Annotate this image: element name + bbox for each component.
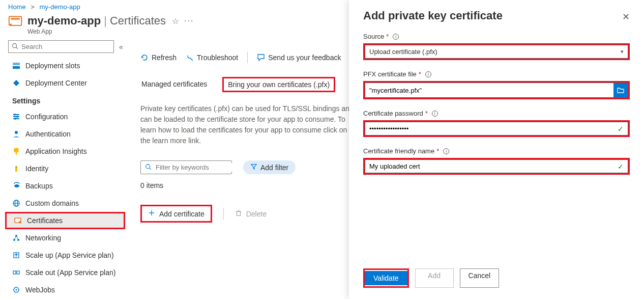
filter-keyword-input[interactable] [155, 163, 242, 172]
sidebar-item-backups[interactable]: Backups [8, 177, 125, 195]
feedback-label: Send us your feedback [268, 53, 341, 62]
delete-button[interactable]: Delete [235, 209, 267, 218]
sidebar-item-label: Identity [25, 165, 48, 173]
info-icon[interactable]: i [393, 34, 399, 40]
filter-keyword-box[interactable] [140, 160, 232, 174]
sidebar-item-scale-out[interactable]: Scale out (App Service plan) [8, 264, 125, 281]
search-icon [145, 164, 152, 172]
cancel-button[interactable]: Cancel [460, 268, 500, 288]
sidebar-item-networking[interactable]: Networking [8, 229, 125, 247]
svg-point-3 [13, 43, 17, 47]
webapp-icon [8, 14, 22, 28]
action-separator [223, 208, 224, 220]
troubleshoot-label: Troubleshoot [197, 53, 238, 62]
trash-icon [235, 209, 242, 218]
file-input-row [365, 83, 628, 98]
chevron-down-icon: ▾ [621, 48, 624, 55]
source-label: Source*i [363, 33, 630, 40]
refresh-label: Refresh [152, 53, 177, 62]
sidebar-search[interactable] [8, 40, 114, 53]
breadcrumb-app[interactable]: my-demo-app [40, 3, 80, 11]
scale-out-icon [12, 268, 20, 277]
sidebar-item-deployment-center[interactable]: Deployment Center [8, 74, 125, 92]
networking-icon [12, 234, 20, 242]
favorite-star-icon[interactable]: ☆ [172, 16, 179, 26]
plus-icon [148, 209, 155, 218]
friendly-name-row: ✓ [365, 159, 628, 173]
sidebar-item-custom-domains[interactable]: Custom domains [8, 195, 125, 212]
toolbar-separator [247, 52, 248, 63]
sidebar-item-identity[interactable]: Identity [8, 160, 125, 177]
feedback-button[interactable]: Send us your feedback [257, 53, 341, 62]
deployment-center-icon [12, 79, 20, 87]
tab-managed-certificates[interactable]: Managed certificates [140, 77, 208, 92]
password-input-row: ✓ [365, 122, 628, 135]
password-label: Certificate password*i [363, 110, 630, 117]
sidebar-item-label: Scale out (App Service plan) [25, 268, 115, 277]
svg-rect-5 [13, 63, 20, 65]
add-certificate-label: Add certificate [159, 210, 204, 218]
info-icon[interactable]: i [425, 71, 431, 77]
sidebar-item-configuration[interactable]: Configuration [8, 108, 125, 125]
sidebar-item-label: Scale up (App Service plan) [25, 251, 114, 259]
tab-byo-certificates[interactable]: Bring your own certificates (.pfx) [222, 77, 335, 92]
sidebar-item-label: Custom domains [25, 199, 79, 207]
folder-icon [617, 86, 625, 94]
delete-label: Delete [246, 210, 267, 218]
password-input[interactable] [365, 122, 618, 135]
check-icon: ✓ [618, 162, 628, 171]
sidebar-item-authentication[interactable]: Authentication [8, 125, 125, 143]
info-icon[interactable]: i [443, 148, 449, 154]
svg-rect-37 [237, 211, 240, 215]
filter-icon [250, 163, 257, 172]
sidebar-item-label: Certificates [27, 216, 63, 225]
info-icon[interactable]: i [432, 111, 438, 117]
panel-footer: Validate Add Cancel [363, 259, 630, 299]
sidebar: « Deployment slots Deployment Center Set… [0, 40, 130, 299]
sidebar-item-deployment-slots[interactable]: Deployment slots [8, 57, 125, 74]
add-button[interactable]: Add [415, 268, 454, 288]
breadcrumb-sep: > [27, 3, 38, 11]
close-icon[interactable]: ✕ [622, 12, 630, 21]
file-label: PFX certificate file*i [363, 70, 630, 78]
refresh-icon [140, 53, 149, 62]
browse-file-button[interactable] [613, 83, 628, 97]
backups-icon [12, 182, 20, 190]
sidebar-item-label: WebJobs [25, 286, 55, 294]
svg-point-32 [16, 289, 17, 291]
source-select[interactable]: Upload certificate (.pfx) ▾ [365, 45, 628, 59]
sidebar-search-input[interactable] [20, 42, 110, 51]
add-certificate-panel: Add private key certificate ✕ Source*i U… [349, 0, 644, 299]
validate-button[interactable]: Validate [365, 271, 407, 285]
svg-rect-1 [11, 18, 20, 20]
sidebar-item-webjobs[interactable]: WebJobs [8, 281, 125, 298]
slots-icon [12, 62, 20, 70]
svg-rect-6 [13, 66, 20, 69]
add-certificate-button[interactable]: Add certificate [140, 205, 212, 223]
validate-button-highlight: Validate [363, 268, 409, 288]
troubleshoot-button[interactable]: Troubleshoot [186, 53, 238, 62]
sidebar-item-certificates[interactable]: Certificates [5, 212, 125, 229]
add-filter-button[interactable]: Add filter [243, 160, 296, 174]
troubleshoot-icon [186, 53, 194, 62]
identity-icon [12, 165, 20, 173]
check-icon: ✓ [618, 125, 628, 133]
search-icon [12, 43, 18, 51]
file-input[interactable] [365, 84, 613, 97]
svg-line-26 [14, 236, 16, 240]
breadcrumb-home[interactable]: Home [8, 3, 26, 11]
svg-point-2 [10, 23, 12, 25]
svg-point-13 [15, 131, 18, 134]
page-title-app: my-demo-app [27, 14, 101, 28]
svg-rect-15 [16, 153, 17, 155]
page-title-section: Certificates [110, 14, 166, 28]
collapse-sidebar-icon[interactable]: « [119, 43, 123, 51]
more-menu-icon[interactable]: ··· [184, 16, 194, 25]
sidebar-item-scale-up[interactable]: Scale up (App Service plan) [8, 247, 125, 264]
sidebar-item-app-insights[interactable]: Application Insights [8, 143, 125, 160]
add-filter-label: Add filter [260, 164, 288, 172]
refresh-button[interactable]: Refresh [140, 53, 177, 62]
svg-point-10 [14, 114, 16, 116]
svg-point-12 [14, 118, 16, 120]
friendly-name-input[interactable] [365, 160, 618, 173]
